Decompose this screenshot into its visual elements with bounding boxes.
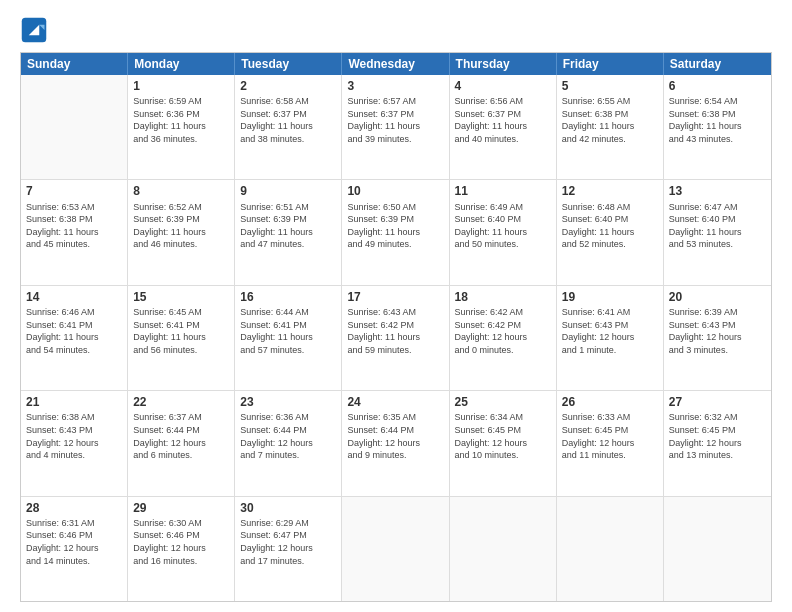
calendar-cell: 29Sunrise: 6:30 AMSunset: 6:46 PMDayligh… [128, 497, 235, 601]
calendar-cell: 2Sunrise: 6:58 AMSunset: 6:37 PMDaylight… [235, 75, 342, 179]
calendar-cell: 10Sunrise: 6:50 AMSunset: 6:39 PMDayligh… [342, 180, 449, 284]
day-number: 22 [133, 394, 229, 410]
weekday-header-wednesday: Wednesday [342, 53, 449, 75]
day-number: 4 [455, 78, 551, 94]
cell-info: Sunrise: 6:56 AMSunset: 6:37 PMDaylight:… [455, 95, 551, 145]
day-number: 19 [562, 289, 658, 305]
cell-info: Sunrise: 6:53 AMSunset: 6:38 PMDaylight:… [26, 201, 122, 251]
calendar-cell [21, 75, 128, 179]
calendar-body: 1Sunrise: 6:59 AMSunset: 6:36 PMDaylight… [21, 75, 771, 601]
weekday-header-friday: Friday [557, 53, 664, 75]
day-number: 30 [240, 500, 336, 516]
day-number: 27 [669, 394, 766, 410]
calendar-cell: 5Sunrise: 6:55 AMSunset: 6:38 PMDaylight… [557, 75, 664, 179]
cell-info: Sunrise: 6:50 AMSunset: 6:39 PMDaylight:… [347, 201, 443, 251]
calendar-cell: 18Sunrise: 6:42 AMSunset: 6:42 PMDayligh… [450, 286, 557, 390]
calendar-cell: 4Sunrise: 6:56 AMSunset: 6:37 PMDaylight… [450, 75, 557, 179]
calendar-cell: 9Sunrise: 6:51 AMSunset: 6:39 PMDaylight… [235, 180, 342, 284]
calendar-row-2: 14Sunrise: 6:46 AMSunset: 6:41 PMDayligh… [21, 285, 771, 390]
day-number: 24 [347, 394, 443, 410]
calendar-cell: 1Sunrise: 6:59 AMSunset: 6:36 PMDaylight… [128, 75, 235, 179]
calendar-header: SundayMondayTuesdayWednesdayThursdayFrid… [21, 53, 771, 75]
day-number: 10 [347, 183, 443, 199]
cell-info: Sunrise: 6:58 AMSunset: 6:37 PMDaylight:… [240, 95, 336, 145]
logo [20, 16, 50, 44]
cell-info: Sunrise: 6:33 AMSunset: 6:45 PMDaylight:… [562, 411, 658, 461]
cell-info: Sunrise: 6:41 AMSunset: 6:43 PMDaylight:… [562, 306, 658, 356]
calendar-cell: 23Sunrise: 6:36 AMSunset: 6:44 PMDayligh… [235, 391, 342, 495]
day-number: 21 [26, 394, 122, 410]
cell-info: Sunrise: 6:34 AMSunset: 6:45 PMDaylight:… [455, 411, 551, 461]
calendar-cell [450, 497, 557, 601]
day-number: 13 [669, 183, 766, 199]
day-number: 23 [240, 394, 336, 410]
day-number: 7 [26, 183, 122, 199]
calendar-cell: 7Sunrise: 6:53 AMSunset: 6:38 PMDaylight… [21, 180, 128, 284]
calendar-cell: 17Sunrise: 6:43 AMSunset: 6:42 PMDayligh… [342, 286, 449, 390]
day-number: 20 [669, 289, 766, 305]
calendar-cell: 8Sunrise: 6:52 AMSunset: 6:39 PMDaylight… [128, 180, 235, 284]
cell-info: Sunrise: 6:35 AMSunset: 6:44 PMDaylight:… [347, 411, 443, 461]
cell-info: Sunrise: 6:31 AMSunset: 6:46 PMDaylight:… [26, 517, 122, 567]
calendar-cell: 21Sunrise: 6:38 AMSunset: 6:43 PMDayligh… [21, 391, 128, 495]
calendar-cell: 16Sunrise: 6:44 AMSunset: 6:41 PMDayligh… [235, 286, 342, 390]
calendar-cell: 19Sunrise: 6:41 AMSunset: 6:43 PMDayligh… [557, 286, 664, 390]
calendar-row-4: 28Sunrise: 6:31 AMSunset: 6:46 PMDayligh… [21, 496, 771, 601]
header [20, 16, 772, 44]
calendar-cell: 3Sunrise: 6:57 AMSunset: 6:37 PMDaylight… [342, 75, 449, 179]
logo-icon [20, 16, 48, 44]
weekday-header-monday: Monday [128, 53, 235, 75]
cell-info: Sunrise: 6:59 AMSunset: 6:36 PMDaylight:… [133, 95, 229, 145]
calendar-row-3: 21Sunrise: 6:38 AMSunset: 6:43 PMDayligh… [21, 390, 771, 495]
cell-info: Sunrise: 6:54 AMSunset: 6:38 PMDaylight:… [669, 95, 766, 145]
day-number: 26 [562, 394, 658, 410]
cell-info: Sunrise: 6:36 AMSunset: 6:44 PMDaylight:… [240, 411, 336, 461]
cell-info: Sunrise: 6:30 AMSunset: 6:46 PMDaylight:… [133, 517, 229, 567]
calendar-cell: 27Sunrise: 6:32 AMSunset: 6:45 PMDayligh… [664, 391, 771, 495]
cell-info: Sunrise: 6:57 AMSunset: 6:37 PMDaylight:… [347, 95, 443, 145]
cell-info: Sunrise: 6:44 AMSunset: 6:41 PMDaylight:… [240, 306, 336, 356]
calendar-cell: 12Sunrise: 6:48 AMSunset: 6:40 PMDayligh… [557, 180, 664, 284]
day-number: 29 [133, 500, 229, 516]
day-number: 15 [133, 289, 229, 305]
calendar-row-1: 7Sunrise: 6:53 AMSunset: 6:38 PMDaylight… [21, 179, 771, 284]
cell-info: Sunrise: 6:39 AMSunset: 6:43 PMDaylight:… [669, 306, 766, 356]
cell-info: Sunrise: 6:37 AMSunset: 6:44 PMDaylight:… [133, 411, 229, 461]
day-number: 8 [133, 183, 229, 199]
calendar-cell: 25Sunrise: 6:34 AMSunset: 6:45 PMDayligh… [450, 391, 557, 495]
cell-info: Sunrise: 6:32 AMSunset: 6:45 PMDaylight:… [669, 411, 766, 461]
calendar-cell: 6Sunrise: 6:54 AMSunset: 6:38 PMDaylight… [664, 75, 771, 179]
cell-info: Sunrise: 6:45 AMSunset: 6:41 PMDaylight:… [133, 306, 229, 356]
day-number: 3 [347, 78, 443, 94]
calendar-cell: 13Sunrise: 6:47 AMSunset: 6:40 PMDayligh… [664, 180, 771, 284]
calendar: SundayMondayTuesdayWednesdayThursdayFrid… [20, 52, 772, 602]
cell-info: Sunrise: 6:42 AMSunset: 6:42 PMDaylight:… [455, 306, 551, 356]
calendar-cell: 11Sunrise: 6:49 AMSunset: 6:40 PMDayligh… [450, 180, 557, 284]
calendar-cell: 26Sunrise: 6:33 AMSunset: 6:45 PMDayligh… [557, 391, 664, 495]
cell-info: Sunrise: 6:29 AMSunset: 6:47 PMDaylight:… [240, 517, 336, 567]
cell-info: Sunrise: 6:49 AMSunset: 6:40 PMDaylight:… [455, 201, 551, 251]
day-number: 5 [562, 78, 658, 94]
calendar-cell [342, 497, 449, 601]
weekday-header-tuesday: Tuesday [235, 53, 342, 75]
page: SundayMondayTuesdayWednesdayThursdayFrid… [0, 0, 792, 612]
day-number: 25 [455, 394, 551, 410]
calendar-row-0: 1Sunrise: 6:59 AMSunset: 6:36 PMDaylight… [21, 75, 771, 179]
day-number: 17 [347, 289, 443, 305]
calendar-cell: 20Sunrise: 6:39 AMSunset: 6:43 PMDayligh… [664, 286, 771, 390]
day-number: 11 [455, 183, 551, 199]
cell-info: Sunrise: 6:47 AMSunset: 6:40 PMDaylight:… [669, 201, 766, 251]
cell-info: Sunrise: 6:38 AMSunset: 6:43 PMDaylight:… [26, 411, 122, 461]
weekday-header-sunday: Sunday [21, 53, 128, 75]
calendar-cell: 28Sunrise: 6:31 AMSunset: 6:46 PMDayligh… [21, 497, 128, 601]
day-number: 12 [562, 183, 658, 199]
calendar-cell [557, 497, 664, 601]
day-number: 2 [240, 78, 336, 94]
weekday-header-thursday: Thursday [450, 53, 557, 75]
calendar-cell: 22Sunrise: 6:37 AMSunset: 6:44 PMDayligh… [128, 391, 235, 495]
day-number: 1 [133, 78, 229, 94]
cell-info: Sunrise: 6:48 AMSunset: 6:40 PMDaylight:… [562, 201, 658, 251]
calendar-cell: 24Sunrise: 6:35 AMSunset: 6:44 PMDayligh… [342, 391, 449, 495]
cell-info: Sunrise: 6:43 AMSunset: 6:42 PMDaylight:… [347, 306, 443, 356]
calendar-cell [664, 497, 771, 601]
